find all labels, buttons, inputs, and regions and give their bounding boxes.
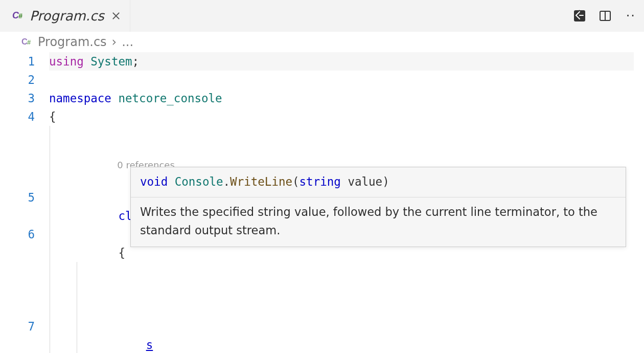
breadcrumb[interactable]: Program.cs › ...	[0, 32, 644, 52]
line-number: 2	[0, 71, 49, 89]
tab-program-cs[interactable]: Program.cs	[0, 0, 130, 32]
editor-actions: ··	[563, 0, 644, 32]
hover-tooltip: void Console.WriteLine(string value) Wri…	[130, 167, 626, 247]
code-line[interactable]: {	[49, 107, 644, 126]
code-editor[interactable]: 1 using System; 2 3 namespace netcore_co…	[0, 52, 644, 353]
csharp-icon	[21, 36, 33, 48]
more-actions-icon[interactable]: ··	[623, 9, 636, 23]
hover-signature: void Console.WriteLine(string value)	[131, 167, 626, 197]
breadcrumb-tail: ...	[122, 35, 133, 49]
line-number: 5	[0, 188, 49, 207]
code-line[interactable]: s	[49, 317, 644, 353]
breadcrumb-filename: Program.cs	[38, 35, 107, 49]
tabs-empty-area[interactable]	[130, 0, 563, 32]
split-editor-icon[interactable]	[597, 8, 613, 24]
line-number: 4	[0, 107, 49, 126]
tab-filename: Program.cs	[30, 8, 104, 24]
chevron-right-icon: ›	[112, 35, 117, 49]
line-number: 6	[0, 225, 49, 244]
line-number: 1	[0, 52, 49, 71]
code-line[interactable]: namespace netcore_console	[49, 89, 644, 107]
close-icon[interactable]	[109, 9, 123, 23]
code-line[interactable]: using System;	[49, 52, 634, 71]
line-number: 3	[0, 89, 49, 107]
line-number: 7	[0, 317, 49, 336]
csharp-icon	[12, 10, 25, 22]
hover-description: Writes the specified string value, follo…	[131, 197, 626, 247]
open-changes-icon[interactable]	[572, 8, 587, 24]
code-line[interactable]	[49, 71, 644, 89]
tabs-row: Program.cs ··	[0, 0, 644, 32]
